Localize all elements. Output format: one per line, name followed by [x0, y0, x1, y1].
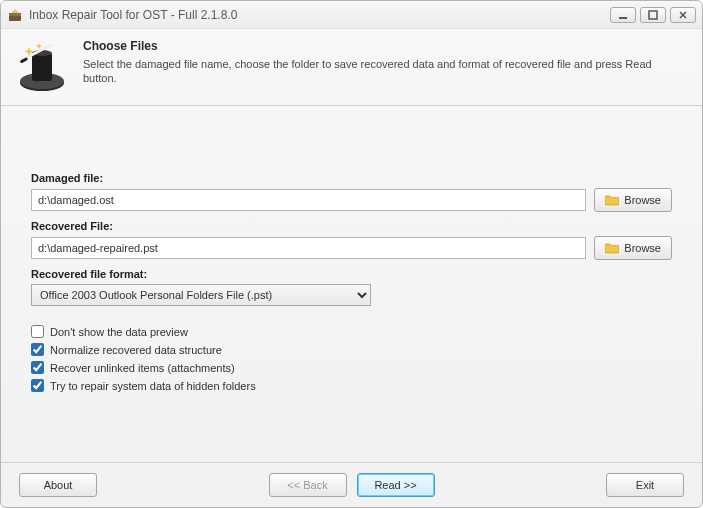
recovered-file-label: Recovered File:: [31, 220, 672, 232]
browse-recovered-button[interactable]: Browse: [594, 236, 672, 260]
exit-button[interactable]: Exit: [606, 473, 684, 497]
svg-rect-3: [649, 11, 657, 19]
back-button[interactable]: << Back: [269, 473, 347, 497]
folder-icon: [605, 242, 619, 254]
browse-label: Browse: [624, 194, 661, 206]
recover-unlinked-checkbox[interactable]: [31, 361, 44, 374]
footer: About << Back Read >> Exit: [1, 462, 702, 507]
minimize-button[interactable]: [610, 7, 636, 23]
about-button[interactable]: About: [19, 473, 97, 497]
damaged-file-input[interactable]: [31, 189, 586, 211]
browse-label: Browse: [624, 242, 661, 254]
svg-rect-2: [619, 17, 627, 19]
wizard-icon: [15, 39, 69, 93]
page-description: Select the damaged file name, choose the…: [83, 57, 688, 86]
read-button[interactable]: Read >>: [357, 473, 435, 497]
normalize-structure-label[interactable]: Normalize recovered data structure: [50, 344, 222, 356]
dont-show-preview-checkbox[interactable]: [31, 325, 44, 338]
normalize-structure-checkbox[interactable]: [31, 343, 44, 356]
format-select[interactable]: Office 2003 Outlook Personal Folders Fil…: [31, 284, 371, 306]
svg-rect-1: [9, 13, 21, 16]
dont-show-preview-label[interactable]: Don't show the data preview: [50, 326, 188, 338]
close-button[interactable]: [670, 7, 696, 23]
damaged-file-label: Damaged file:: [31, 172, 672, 184]
browse-damaged-button[interactable]: Browse: [594, 188, 672, 212]
window-title: Inbox Repair Tool for OST - Full 2.1.8.0: [29, 8, 606, 22]
format-label: Recovered file format:: [31, 268, 672, 280]
wizard-header-text: Choose Files Select the damaged file nam…: [83, 39, 688, 93]
content-area: Damaged file: Browse Recovered File: Bro…: [1, 106, 702, 407]
repair-system-data-checkbox[interactable]: [31, 379, 44, 392]
recover-unlinked-label[interactable]: Recover unlinked items (attachments): [50, 362, 235, 374]
main-window: Inbox Repair Tool for OST - Full 2.1.8.0: [0, 0, 703, 508]
wizard-header: Choose Files Select the damaged file nam…: [1, 29, 702, 106]
maximize-button[interactable]: [640, 7, 666, 23]
repair-system-data-label[interactable]: Try to repair system data of hidden fold…: [50, 380, 256, 392]
recovered-file-input[interactable]: [31, 237, 586, 259]
app-icon: [7, 7, 23, 23]
page-title: Choose Files: [83, 39, 688, 53]
titlebar: Inbox Repair Tool for OST - Full 2.1.8.0: [1, 1, 702, 29]
svg-rect-6: [32, 53, 52, 81]
folder-icon: [605, 194, 619, 206]
